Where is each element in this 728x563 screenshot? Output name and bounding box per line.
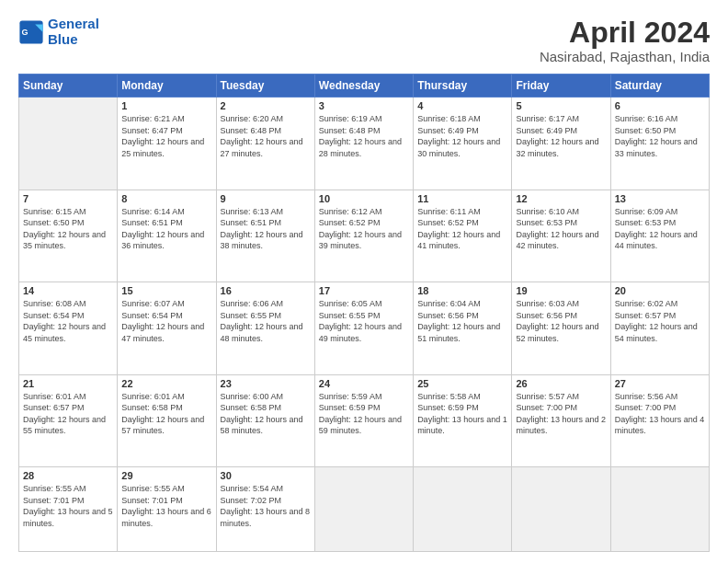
calendar-cell: 4Sunrise: 6:18 AM Sunset: 6:49 PM Daylig…	[414, 98, 512, 190]
calendar-cell: 20Sunrise: 6:02 AM Sunset: 6:57 PM Dayli…	[610, 282, 709, 374]
calendar-table: SundayMondayTuesdayWednesdayThursdayFrid…	[18, 74, 710, 552]
cell-date: 9	[221, 193, 311, 204]
cell-info: Sunrise: 5:55 AM Sunset: 7:01 PM Dayligh…	[121, 483, 211, 529]
cell-info: Sunrise: 6:06 AM Sunset: 6:55 PM Dayligh…	[221, 298, 311, 344]
cell-info: Sunrise: 5:54 AM Sunset: 7:02 PM Dayligh…	[221, 483, 311, 529]
subtitle: Nasirabad, Rajasthan, India	[540, 49, 710, 64]
cell-info: Sunrise: 6:01 AM Sunset: 6:58 PM Dayligh…	[121, 391, 211, 437]
cell-date: 2	[221, 100, 311, 111]
logo-general: General	[48, 16, 99, 31]
cell-date: 14	[23, 285, 113, 296]
calendar-cell: 12Sunrise: 6:10 AM Sunset: 6:53 PM Dayli…	[512, 190, 610, 282]
calendar-cell: 11Sunrise: 6:11 AM Sunset: 6:52 PM Dayli…	[414, 190, 512, 282]
calendar-cell: 5Sunrise: 6:17 AM Sunset: 6:49 PM Daylig…	[512, 98, 610, 190]
calendar-cell: 9Sunrise: 6:13 AM Sunset: 6:51 PM Daylig…	[216, 190, 314, 282]
cell-info: Sunrise: 6:20 AM Sunset: 6:48 PM Dayligh…	[221, 113, 311, 159]
logo-icon: G	[18, 19, 44, 45]
cell-date: 21	[23, 378, 113, 389]
cell-info: Sunrise: 6:18 AM Sunset: 6:49 PM Dayligh…	[417, 113, 507, 159]
cell-date: 10	[319, 193, 409, 204]
header-cell-friday: Friday	[512, 75, 610, 98]
cell-info: Sunrise: 5:57 AM Sunset: 7:00 PM Dayligh…	[516, 391, 606, 437]
cell-date: 16	[221, 285, 311, 296]
cell-info: Sunrise: 6:17 AM Sunset: 6:49 PM Dayligh…	[516, 113, 606, 159]
cell-date: 1	[121, 100, 211, 111]
cell-date: 19	[516, 285, 606, 296]
cell-info: Sunrise: 6:05 AM Sunset: 6:55 PM Dayligh…	[319, 298, 409, 344]
cell-info: Sunrise: 6:03 AM Sunset: 6:56 PM Dayligh…	[516, 298, 606, 344]
calendar-cell: 28Sunrise: 5:55 AM Sunset: 7:01 PM Dayli…	[19, 467, 118, 552]
cell-date: 30	[221, 470, 311, 481]
header-cell-saturday: Saturday	[610, 75, 709, 98]
header-row: SundayMondayTuesdayWednesdayThursdayFrid…	[19, 75, 710, 98]
cell-info: Sunrise: 6:16 AM Sunset: 6:50 PM Dayligh…	[615, 113, 705, 159]
cell-date: 20	[615, 285, 705, 296]
calendar-cell: 24Sunrise: 5:59 AM Sunset: 6:59 PM Dayli…	[314, 374, 413, 466]
calendar-cell: 27Sunrise: 5:56 AM Sunset: 7:00 PM Dayli…	[610, 374, 709, 466]
cell-date: 28	[23, 470, 113, 481]
week-row-0: 1Sunrise: 6:21 AM Sunset: 6:47 PM Daylig…	[19, 98, 710, 190]
cell-date: 29	[121, 470, 211, 481]
header-cell-thursday: Thursday	[414, 75, 512, 98]
cell-info: Sunrise: 6:01 AM Sunset: 6:57 PM Dayligh…	[23, 391, 113, 437]
cell-info: Sunrise: 6:13 AM Sunset: 6:51 PM Dayligh…	[221, 206, 311, 252]
cell-info: Sunrise: 6:21 AM Sunset: 6:47 PM Dayligh…	[121, 113, 211, 159]
header-cell-sunday: Sunday	[19, 75, 118, 98]
calendar-cell: 25Sunrise: 5:58 AM Sunset: 6:59 PM Dayli…	[414, 374, 512, 466]
cell-info: Sunrise: 6:11 AM Sunset: 6:52 PM Dayligh…	[417, 206, 507, 252]
cell-date: 6	[615, 100, 705, 111]
cell-date: 7	[23, 193, 113, 204]
svg-text:G: G	[22, 27, 28, 36]
header-cell-tuesday: Tuesday	[216, 75, 314, 98]
cell-date: 23	[221, 378, 311, 389]
cell-info: Sunrise: 5:55 AM Sunset: 7:01 PM Dayligh…	[23, 483, 113, 529]
calendar-cell: 6Sunrise: 6:16 AM Sunset: 6:50 PM Daylig…	[610, 98, 709, 190]
cell-info: Sunrise: 6:12 AM Sunset: 6:52 PM Dayligh…	[319, 206, 409, 252]
header: G General Blue April 2024 Nasirabad, Raj…	[18, 17, 710, 64]
cell-date: 3	[319, 100, 409, 111]
calendar-cell: 7Sunrise: 6:15 AM Sunset: 6:50 PM Daylig…	[19, 190, 118, 282]
cell-date: 4	[417, 100, 507, 111]
calendar-cell: 15Sunrise: 6:07 AM Sunset: 6:54 PM Dayli…	[118, 282, 216, 374]
week-row-3: 21Sunrise: 6:01 AM Sunset: 6:57 PM Dayli…	[19, 374, 710, 466]
logo: G General Blue	[18, 17, 99, 47]
cell-info: Sunrise: 6:10 AM Sunset: 6:53 PM Dayligh…	[516, 206, 606, 252]
cell-info: Sunrise: 6:04 AM Sunset: 6:56 PM Dayligh…	[417, 298, 507, 344]
page: G General Blue April 2024 Nasirabad, Raj…	[0, 0, 728, 563]
calendar-cell: 18Sunrise: 6:04 AM Sunset: 6:56 PM Dayli…	[414, 282, 512, 374]
calendar-cell: 8Sunrise: 6:14 AM Sunset: 6:51 PM Daylig…	[118, 190, 216, 282]
calendar-header: SundayMondayTuesdayWednesdayThursdayFrid…	[19, 75, 710, 98]
calendar-cell: 30Sunrise: 5:54 AM Sunset: 7:02 PM Dayli…	[216, 467, 314, 552]
cell-date: 22	[121, 378, 211, 389]
cell-info: Sunrise: 6:02 AM Sunset: 6:57 PM Dayligh…	[615, 298, 705, 344]
cell-date: 25	[417, 378, 507, 389]
header-cell-monday: Monday	[118, 75, 216, 98]
calendar-cell	[610, 467, 709, 552]
logo-blue: Blue	[48, 31, 78, 47]
calendar-cell	[19, 98, 118, 190]
cell-info: Sunrise: 5:58 AM Sunset: 6:59 PM Dayligh…	[417, 391, 507, 437]
calendar-cell: 17Sunrise: 6:05 AM Sunset: 6:55 PM Dayli…	[314, 282, 413, 374]
calendar-cell	[414, 467, 512, 552]
cell-date: 13	[615, 193, 705, 204]
calendar-cell	[314, 467, 413, 552]
cell-info: Sunrise: 6:15 AM Sunset: 6:50 PM Dayligh…	[23, 206, 113, 252]
calendar-cell: 26Sunrise: 5:57 AM Sunset: 7:00 PM Dayli…	[512, 374, 610, 466]
title-block: April 2024 Nasirabad, Rajasthan, India	[540, 17, 710, 64]
cell-info: Sunrise: 6:07 AM Sunset: 6:54 PM Dayligh…	[121, 298, 211, 344]
cell-date: 27	[615, 378, 705, 389]
cell-info: Sunrise: 5:59 AM Sunset: 6:59 PM Dayligh…	[319, 391, 409, 437]
cell-date: 11	[417, 193, 507, 204]
calendar-cell: 19Sunrise: 6:03 AM Sunset: 6:56 PM Dayli…	[512, 282, 610, 374]
calendar-cell: 2Sunrise: 6:20 AM Sunset: 6:48 PM Daylig…	[216, 98, 314, 190]
calendar-cell: 13Sunrise: 6:09 AM Sunset: 6:53 PM Dayli…	[610, 190, 709, 282]
cell-date: 15	[121, 285, 211, 296]
calendar-cell: 3Sunrise: 6:19 AM Sunset: 6:48 PM Daylig…	[314, 98, 413, 190]
cell-date: 12	[516, 193, 606, 204]
cell-date: 17	[319, 285, 409, 296]
calendar-cell: 16Sunrise: 6:06 AM Sunset: 6:55 PM Dayli…	[216, 282, 314, 374]
calendar-body: 1Sunrise: 6:21 AM Sunset: 6:47 PM Daylig…	[19, 98, 710, 552]
calendar-cell	[512, 467, 610, 552]
cell-info: Sunrise: 6:00 AM Sunset: 6:58 PM Dayligh…	[221, 391, 311, 437]
calendar-cell: 14Sunrise: 6:08 AM Sunset: 6:54 PM Dayli…	[19, 282, 118, 374]
